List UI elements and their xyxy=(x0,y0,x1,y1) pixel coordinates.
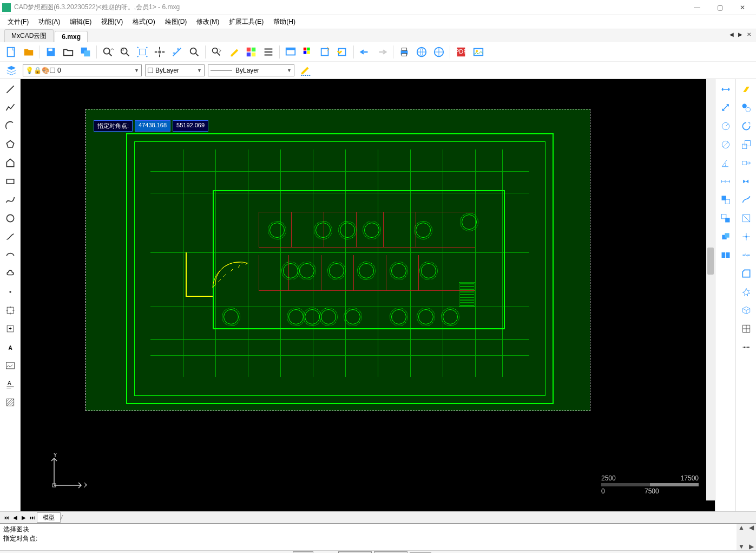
new-file-button[interactable] xyxy=(3,44,19,60)
explode-tool[interactable] xyxy=(738,284,754,300)
ellipse-arc-tool[interactable] xyxy=(2,247,18,263)
circle-tool[interactable] xyxy=(2,210,18,226)
lineweight-combo[interactable]: ByLayer ▼ xyxy=(208,64,294,76)
dim-linear-tool[interactable] xyxy=(718,81,734,97)
command-nav[interactable]: ◀▶ xyxy=(746,524,756,550)
model-tab[interactable]: 模型 xyxy=(37,512,61,523)
text-tool[interactable]: A xyxy=(2,339,18,355)
image-button[interactable] xyxy=(470,44,487,60)
tab-prev-icon[interactable]: ◀ xyxy=(11,515,19,521)
print-button[interactable] xyxy=(396,44,412,60)
move-tool[interactable] xyxy=(718,192,734,208)
web-button[interactable] xyxy=(413,44,430,60)
spline-tool[interactable] xyxy=(2,192,18,208)
line-tool[interactable] xyxy=(2,81,18,97)
zoom-previous-button[interactable] xyxy=(186,44,202,60)
menu-view[interactable]: 视图(V) xyxy=(97,16,127,28)
curve-tool[interactable] xyxy=(2,229,18,245)
zoom-window-button[interactable] xyxy=(117,44,133,60)
menu-format[interactable]: 格式(O) xyxy=(128,16,159,28)
rectangle-tool[interactable] xyxy=(2,173,18,190)
point-tool[interactable] xyxy=(2,284,18,300)
scale-tool[interactable] xyxy=(738,136,754,153)
3d-tool[interactable] xyxy=(738,302,754,318)
divide-tool[interactable] xyxy=(738,339,754,355)
list-button[interactable] xyxy=(260,44,277,60)
array-tool[interactable] xyxy=(718,247,734,263)
window-button[interactable] xyxy=(282,44,299,60)
break-tool[interactable] xyxy=(738,247,754,263)
color-grid-button[interactable] xyxy=(243,44,259,60)
dim-radius-tool[interactable] xyxy=(718,118,734,134)
find-button[interactable] xyxy=(208,44,225,60)
arc-tool[interactable] xyxy=(2,118,18,134)
export-button[interactable] xyxy=(317,44,333,60)
menu-function[interactable]: 功能(A) xyxy=(34,16,64,28)
open-folder-button[interactable] xyxy=(60,44,76,60)
menu-edit[interactable]: 编辑(E) xyxy=(65,16,96,28)
menu-draw[interactable]: 绘图(D) xyxy=(161,16,192,28)
vertical-scrollbar[interactable] xyxy=(706,79,715,500)
fillet-tool[interactable] xyxy=(738,229,754,245)
trim-tool[interactable] xyxy=(738,192,754,208)
copy-tool[interactable] xyxy=(718,210,734,226)
menu-modify[interactable]: 修改(M) xyxy=(192,16,223,28)
redo-button[interactable] xyxy=(374,44,390,60)
minimize-button[interactable]: — xyxy=(686,1,708,15)
close-button[interactable]: ✕ xyxy=(731,1,754,15)
tab-close-icon[interactable]: ✕ xyxy=(745,30,753,38)
menu-tools[interactable]: 扩展工具(E) xyxy=(225,16,268,28)
zoom-extents-button[interactable] xyxy=(134,44,150,60)
chamfer-tool[interactable] xyxy=(738,265,754,282)
tab-6mxg[interactable]: 6.mxg xyxy=(55,31,88,42)
color-palette-button[interactable] xyxy=(300,44,316,60)
menu-file[interactable]: 文件(F) xyxy=(3,16,33,28)
pan-button[interactable] xyxy=(152,44,168,60)
dim-angular-tool[interactable] xyxy=(718,155,734,171)
drawing-canvas[interactable]: 指定对角点: 47438.168 55192.069 X Y 2500 1750… xyxy=(21,79,715,511)
polygon-tool[interactable] xyxy=(2,136,18,153)
stretch-tool[interactable] xyxy=(738,155,754,171)
mirror-tool[interactable] xyxy=(738,173,754,190)
erase-tool[interactable] xyxy=(738,81,754,97)
dim-diameter-tool[interactable] xyxy=(718,136,734,153)
orbit-button[interactable] xyxy=(169,44,185,60)
offset-tool[interactable] xyxy=(718,229,734,245)
menu-help[interactable]: 帮助(H) xyxy=(269,16,300,28)
globe-button[interactable] xyxy=(431,44,447,60)
maximize-button[interactable]: ▢ xyxy=(708,1,731,15)
command-scrollbar[interactable]: ▲▼ xyxy=(737,524,746,550)
open-file-button[interactable] xyxy=(21,44,37,60)
undo-button[interactable] xyxy=(357,44,373,60)
linetype-combo[interactable]: ByLayer ▼ xyxy=(145,64,205,76)
marker-button[interactable] xyxy=(298,62,314,79)
tab-next-icon[interactable]: ▶ xyxy=(737,30,744,38)
block-create-tool[interactable]: + xyxy=(2,321,18,337)
import-button[interactable] xyxy=(334,44,351,60)
tab-prev-icon[interactable]: ◀ xyxy=(728,30,735,38)
pentagon-tool[interactable] xyxy=(2,155,18,171)
layer-combo[interactable]: 💡🔒🎨 0 ▼ xyxy=(23,64,142,76)
layer-manager-button[interactable] xyxy=(3,62,19,79)
revision-cloud-tool[interactable] xyxy=(2,265,18,282)
block-insert-tool[interactable] xyxy=(2,302,18,318)
command-line[interactable]: 选择图块 指定对角点: ▲▼ ◀▶ xyxy=(0,523,756,550)
highlight-button[interactable] xyxy=(226,44,242,60)
tab-next-icon[interactable]: ▶ xyxy=(19,515,28,521)
zoom-realtime-button[interactable] xyxy=(100,44,116,60)
tab-last-icon[interactable]: ⏭ xyxy=(28,515,37,521)
mtext-tool[interactable]: A xyxy=(2,376,18,392)
pdf-button[interactable]: PDF xyxy=(453,44,469,60)
dim-aligned-tool[interactable] xyxy=(718,100,734,116)
extend-tool[interactable] xyxy=(738,210,754,226)
save-as-button[interactable] xyxy=(77,44,94,60)
image-tool[interactable] xyxy=(2,357,18,374)
grid-tool[interactable] xyxy=(738,321,754,337)
save-button[interactable] xyxy=(43,44,59,60)
dim-continue-tool[interactable] xyxy=(718,173,734,190)
polyline-tool[interactable] xyxy=(2,100,18,116)
hatch-tool[interactable] xyxy=(2,394,18,411)
tab-first-icon[interactable]: ⏮ xyxy=(2,515,11,521)
move-modify-tool[interactable] xyxy=(738,100,754,116)
tab-mxcad-cloud[interactable]: MxCAD云图 xyxy=(4,29,54,42)
